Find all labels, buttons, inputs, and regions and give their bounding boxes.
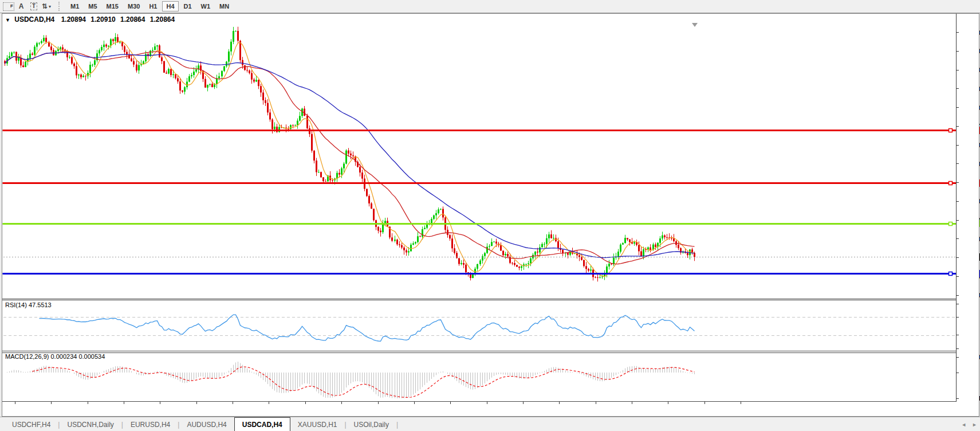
macd-value-1: 0.000234 (50, 353, 77, 360)
chart-canvas[interactable] (0, 0, 980, 431)
tab-usdcad-h4[interactable]: USDCAD,H4 (234, 417, 290, 431)
dropdown-caret-icon[interactable]: ▾ (49, 4, 51, 9)
macd-value-2: 0.000534 (78, 353, 105, 360)
tab-scroll-right-icon[interactable]: ► (969, 417, 980, 431)
timeframe-button-M1[interactable]: M1 (66, 1, 83, 11)
timeframe-button-M5[interactable]: M5 (84, 1, 101, 11)
tab-usoil-daily[interactable]: USOil,Daily (347, 417, 396, 431)
chart-title: ▼ USDCAD,H4 1.20894 1.20910 1.20864 1.20… (5, 15, 175, 23)
fibonacci-tool-icon[interactable]: F (3, 1, 14, 11)
label-glyph: T (30, 2, 37, 10)
tab-eurusd-h4[interactable]: EURUSD,H4 (123, 417, 178, 431)
fibonacci-glyph: F (3, 2, 14, 11)
timeframe-button-M15[interactable]: M15 (103, 1, 123, 11)
tab-audusd-h4[interactable]: AUDUSD,H4 (179, 417, 234, 431)
timeframe-button-M30[interactable]: M30 (124, 1, 144, 11)
toolbar: FAT⇅▾ M1M5M15M30H1H4D1W1MN (0, 0, 980, 13)
text-tool-icon[interactable]: A (15, 1, 27, 11)
tab-usdcnh-daily[interactable]: USDCNH,Daily (60, 417, 121, 431)
symbol-tab-bar: USDCHF,H4|USDCNH,Daily|EURUSD,H4|AUDUSD,… (0, 417, 980, 431)
quote-low: 1.20864 (120, 15, 145, 23)
terminal-window: FAT⇅▾ M1M5M15M30H1H4D1W1MN ▼ USDCAD,H4 1… (0, 0, 980, 431)
tab-xauusd-h1[interactable]: XAUUSD,H1 (290, 417, 345, 431)
quote-close: 1.20864 (150, 15, 175, 23)
label-tool-icon[interactable]: T (28, 1, 40, 11)
timeframe-button-H4[interactable]: H4 (162, 1, 178, 11)
quote-high: 1.20910 (90, 15, 115, 23)
symbol-dropdown-icon[interactable]: ▼ (5, 17, 10, 23)
timeframe-button-H1[interactable]: H1 (145, 1, 161, 11)
tab-scroll-left-icon[interactable]: ◄ (958, 417, 969, 431)
quote-open: 1.20894 (61, 15, 86, 23)
timeframe-button-MN[interactable]: MN (215, 1, 233, 11)
rsi-label: RSI(14) 47.5513 (5, 301, 52, 308)
tab-usdchf-h4[interactable]: USDCHF,H4 (5, 417, 58, 431)
timeframe-button-D1[interactable]: D1 (180, 1, 196, 11)
toolbar-grip (58, 2, 62, 11)
arrows-tool-icon[interactable]: ⇅▾ (41, 1, 52, 11)
chart-symbol: USDCAD,H4 (14, 15, 54, 23)
timeframe-button-W1[interactable]: W1 (197, 1, 215, 11)
rsi-value: 47.5513 (29, 301, 52, 308)
macd-label: MACD(12,26,9) 0.000234 0.000534 (5, 353, 105, 360)
